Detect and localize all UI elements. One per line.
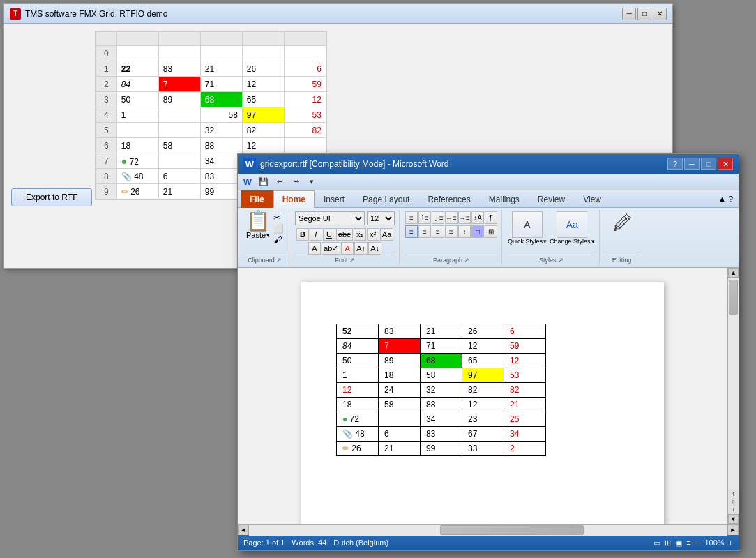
word-maximize-btn[interactable]: □ xyxy=(701,158,716,170)
cell-6-0[interactable]: 18 xyxy=(116,138,158,153)
doc-cell[interactable]: 6 xyxy=(379,427,421,442)
view-reading-btn[interactable]: ≡ xyxy=(686,538,690,547)
doc-cell[interactable]: 89 xyxy=(379,354,421,368)
tab-mailings[interactable]: Mailings xyxy=(480,190,529,208)
doc-cell[interactable]: 82 xyxy=(462,383,504,398)
cell-0-0[interactable] xyxy=(116,46,158,61)
doc-cell[interactable]: 34 xyxy=(504,427,546,442)
doc-cell[interactable]: 88 xyxy=(421,398,462,412)
word-close-btn[interactable]: ✕ xyxy=(718,158,733,170)
cell-8-1[interactable]: 6 xyxy=(158,169,200,184)
doc-cell[interactable]: 82 xyxy=(504,383,546,398)
cell-4-1[interactable] xyxy=(158,107,200,123)
tms-minimize-btn[interactable]: ─ xyxy=(622,8,636,20)
cell-5-4[interactable]: 82 xyxy=(284,123,326,138)
cell-1-1[interactable]: 83 xyxy=(158,61,200,77)
cell-3-3[interactable]: 65 xyxy=(242,92,284,107)
doc-cell[interactable]: 99 xyxy=(421,442,462,456)
cell-5-1[interactable] xyxy=(158,123,200,138)
borders-btn[interactable]: ⊞ xyxy=(485,225,497,238)
doc-cell[interactable]: 12 xyxy=(462,398,504,412)
doc-cell[interactable]: 83 xyxy=(379,324,421,339)
show-marks-btn[interactable]: ¶ xyxy=(485,211,497,224)
doc-cell[interactable]: 12 xyxy=(504,354,546,368)
bold-btn[interactable]: B xyxy=(296,228,309,241)
cell-6-1[interactable]: 58 xyxy=(158,138,200,153)
cell-4-2[interactable]: 58 xyxy=(200,107,242,123)
cell-1-2[interactable]: 21 xyxy=(200,61,242,77)
doc-cell[interactable]: 67 xyxy=(462,427,504,442)
cell-8-2[interactable]: 83 xyxy=(200,169,242,184)
doc-cell[interactable]: 65 xyxy=(462,354,504,368)
doc-cell[interactable]: 12 xyxy=(462,339,504,354)
superscript-btn[interactable]: x² xyxy=(367,228,379,241)
doc-cell[interactable]: 📎 48 xyxy=(337,427,379,442)
doc-cell[interactable]: 24 xyxy=(379,383,421,398)
cell-5-0[interactable] xyxy=(116,123,158,138)
scroll-thumb[interactable] xyxy=(729,280,738,315)
italic-btn[interactable]: I xyxy=(310,228,322,241)
cell-1-3[interactable]: 26 xyxy=(242,61,284,77)
doc-cell[interactable]: 32 xyxy=(421,383,462,398)
cell-2-3[interactable]: 12 xyxy=(242,77,284,92)
scroll-up-btn[interactable]: ▲ xyxy=(728,268,739,278)
cell-9-2[interactable]: 99 xyxy=(200,184,242,199)
format-paint-btn[interactable]: 🖌 xyxy=(273,235,284,245)
cell-6-2[interactable]: 88 xyxy=(200,138,242,153)
cell-4-4[interactable]: 53 xyxy=(284,107,326,123)
bullets-btn[interactable]: ≡ xyxy=(405,211,418,224)
increase-indent-btn[interactable]: →≡ xyxy=(458,211,471,224)
align-left-btn[interactable]: ≡ xyxy=(405,225,418,238)
doc-cell[interactable]: 50 xyxy=(337,354,379,368)
cell-3-1[interactable]: 89 xyxy=(158,92,200,107)
view-normal-btn[interactable]: ▭ xyxy=(653,538,660,548)
align-center-btn[interactable]: ≡ xyxy=(418,225,431,238)
h-scroll-track[interactable] xyxy=(249,525,727,536)
ribbon-collapse-btn[interactable]: ▲ xyxy=(718,195,726,203)
cell-7-2[interactable]: 34 xyxy=(200,153,242,169)
cell-0-3[interactable] xyxy=(242,46,284,61)
cell-3-0[interactable]: 50 xyxy=(116,92,158,107)
shading-btn[interactable]: □ xyxy=(471,225,484,238)
decrease-indent-btn[interactable]: ←≡ xyxy=(445,211,458,224)
doc-cell[interactable]: 59 xyxy=(504,339,546,354)
qat-save-btn[interactable]: 💾 xyxy=(257,176,271,188)
word-help-btn[interactable]: ? xyxy=(667,158,683,170)
cell-9-1[interactable]: 21 xyxy=(158,184,200,199)
doc-cell[interactable]: 1 xyxy=(337,368,379,383)
sort-btn[interactable]: ↕A xyxy=(471,211,484,224)
cell-7-1[interactable] xyxy=(158,153,200,169)
doc-cell[interactable]: 7 xyxy=(379,339,421,354)
cell-5-3[interactable]: 82 xyxy=(242,123,284,138)
tms-maximize-btn[interactable]: □ xyxy=(637,8,651,20)
doc-cell[interactable]: 97 xyxy=(462,368,504,383)
zoom-in-btn[interactable]: + xyxy=(729,538,733,547)
cell-1-4[interactable]: 6 xyxy=(284,61,326,77)
word-minimize-btn[interactable]: ─ xyxy=(684,158,700,170)
scroll-to-top-btn[interactable]: ↑ xyxy=(732,490,735,497)
tab-file[interactable]: File xyxy=(241,190,273,208)
cell-5-2[interactable]: 32 xyxy=(200,123,242,138)
cell-6-3[interactable]: 12 xyxy=(242,138,284,153)
scroll-down-btn[interactable]: ▼ xyxy=(728,514,739,524)
doc-cell[interactable]: 21 xyxy=(421,324,462,339)
change-styles-btn[interactable]: Aa xyxy=(557,211,587,238)
zoom-out-btn[interactable]: ─ xyxy=(695,538,701,547)
doc-cell[interactable]: 33 xyxy=(462,442,504,456)
doc-cell[interactable]: 21 xyxy=(504,398,546,412)
grow-font-btn[interactable]: A↑ xyxy=(354,242,368,255)
doc-cell[interactable]: 23 xyxy=(462,412,504,427)
doc-cell[interactable]: 68 xyxy=(421,354,462,368)
export-rtf-button[interactable]: Export to RTF xyxy=(11,188,92,206)
doc-cell[interactable]: ✏ 26 xyxy=(337,442,379,456)
qat-redo-btn[interactable]: ↪ xyxy=(289,176,303,188)
paste-btn[interactable]: 📋 xyxy=(246,211,271,231)
clear-format-btn[interactable]: Aa xyxy=(380,228,393,241)
change-styles-dropdown[interactable]: ▾ xyxy=(591,238,595,245)
numbering-btn[interactable]: 1≡ xyxy=(418,211,431,224)
cell-6-4[interactable] xyxy=(284,138,326,153)
view-web-btn[interactable]: ⊞ xyxy=(665,538,671,548)
line-spacing-btn[interactable]: ↕ xyxy=(458,225,471,238)
quick-styles-dropdown[interactable]: ▾ xyxy=(543,238,547,245)
cell-2-1[interactable]: 7 xyxy=(158,77,200,92)
